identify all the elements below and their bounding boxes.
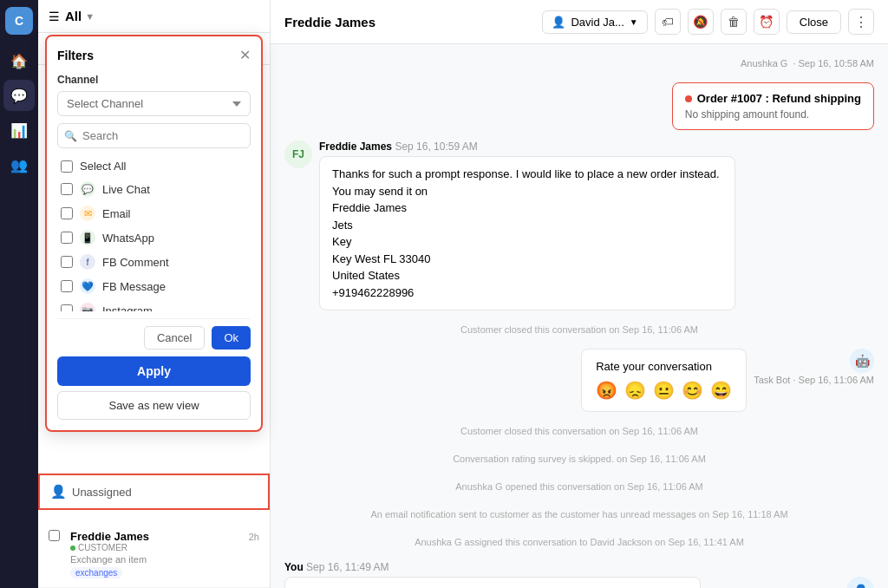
freddie-message-row: FJ Freddie James Sep 16, 10:59 AM Thanks… (284, 140, 874, 310)
channel-select[interactable]: Select Channel (57, 91, 251, 116)
select-all-label: Select All (80, 160, 126, 173)
select-all-checkbox[interactable] (61, 160, 73, 173)
error-body: No shipping amount found. (685, 108, 861, 121)
channel-label: Channel (57, 74, 251, 86)
freddie-message: Freddie James Sep 16, 10:59 AM Thanks fo… (319, 140, 735, 310)
channel-item-email[interactable]: ✉ Email (57, 201, 251, 225)
filter-modal-header: Filters ✕ (57, 47, 251, 63)
instagram-checkbox[interactable] (61, 304, 73, 311)
conv-subject: Exchange an item (70, 554, 259, 565)
freddie-bubble: Thanks for such a prompt response. I wou… (319, 156, 735, 310)
conv-name: Freddie James (70, 530, 149, 543)
assign-agent-button[interactable]: 👤 David Ja... ▼ (542, 10, 647, 34)
you-time: Sep 16, 11:49 AM (306, 561, 388, 573)
anushka-message-header: Anushka G · Sep 16, 10:58 AM (284, 58, 874, 69)
whatsapp-label: WhatsApp (102, 232, 154, 245)
filter-modal-close-button[interactable]: ✕ (239, 47, 251, 63)
error-title: Order #1007 : Refund shipping (685, 92, 861, 105)
channel-search-input[interactable] (57, 123, 251, 148)
emoji-2[interactable]: 😞 (624, 380, 646, 401)
channel-search-box: 🔍 (57, 123, 251, 148)
reminder-button[interactable]: ⏰ (754, 9, 780, 35)
you-message-row: You Sep 16, 11:49 AM Hey Freddie I have … (284, 561, 874, 588)
email-icon: ✉ (80, 206, 95, 221)
anushka-sender: Anushka G (741, 58, 787, 69)
whatsapp-checkbox[interactable] (61, 232, 73, 244)
mute-button[interactable]: 🔕 (688, 9, 714, 35)
meta-survey: Conversation rating survey is skipped. o… (284, 450, 874, 467)
header-actions: 👤 David Ja... ▼ 🏷 🔕 🗑 ⏰ Close ⋮ (542, 9, 874, 35)
emoji-1[interactable]: 😡 (596, 380, 617, 401)
fbcomment-icon: f (80, 254, 95, 270)
meta-closed-2: Customer closed this conversation on Sep… (284, 422, 874, 440)
whatsapp-icon: 📱 (80, 230, 95, 245)
unassigned-section: 👤 Unassigned (38, 474, 270, 510)
nav-home[interactable]: 🏠 (3, 45, 35, 76)
taskbot-icon: 🤖 (850, 349, 874, 373)
meta-assigned: Anushka G assigned this conversation to … (284, 533, 874, 551)
rate-box: Rate your conversation 😡 😞 😐 😊 😄 (581, 349, 747, 412)
rate-row: Rate your conversation 😡 😞 😐 😊 😄 🤖 Task … (284, 349, 874, 412)
sidebar: ☰ All ▼ ⚙ Filters ▼ ↕ Newest ▼ Filters ✕… (38, 0, 271, 588)
channel-list: Select All 💬 Live Chat ✉ Email 📱 WhatsAp… (57, 155, 251, 311)
search-icon: 🔍 (64, 130, 77, 142)
instagram-label: Instagram (102, 304, 153, 312)
label-button[interactable]: 🏷 (655, 9, 681, 35)
main-chat-area: Freddie James 👤 David Ja... ▼ 🏷 🔕 🗑 ⏰ Cl… (271, 0, 888, 588)
freddie-sender: Freddie James Sep 16, 10:59 AM (319, 140, 735, 153)
conv-checkbox[interactable] (49, 530, 60, 541)
ok-button[interactable]: Ok (212, 326, 251, 350)
anushka-time: · Sep 16, 10:58 AM (793, 58, 874, 69)
conv-tag: exchanges (70, 567, 122, 578)
user-avatar-icon: 👤 (552, 16, 565, 29)
chat-messages: Anushka G · Sep 16, 10:58 AM Order #1007… (271, 44, 888, 588)
channel-item-fbcomment[interactable]: f FB Comment (57, 250, 251, 274)
left-nav: C 🏠 💬 📊 👥 (0, 0, 38, 588)
chat-header: Freddie James 👤 David Ja... ▼ 🏷 🔕 🗑 ⏰ Cl… (271, 0, 888, 44)
freddie-time: Sep 16, 10:59 AM (395, 140, 477, 153)
sidebar-title: All ▼ (65, 9, 95, 23)
channel-item-whatsapp[interactable]: 📱 WhatsApp (57, 225, 251, 250)
nav-reports[interactable]: 📊 (3, 114, 35, 146)
fbcomment-checkbox[interactable] (61, 256, 73, 268)
customer-badge: CUSTOMER (70, 543, 259, 552)
channel-item-instagram[interactable]: 📷 Instagram (57, 298, 251, 311)
freddie-avatar: FJ (284, 140, 312, 168)
meta-email-notification: An email notification sent to customer a… (284, 506, 874, 523)
nav-chat[interactable]: 💬 (3, 80, 35, 111)
you-sender: You Sep 16, 11:49 AM (284, 561, 839, 573)
delete-button[interactable]: 🗑 (721, 9, 747, 35)
cancel-button[interactable]: Cancel (144, 326, 205, 350)
fbmessage-label: FB Message (102, 280, 166, 293)
channel-item-fbmessage[interactable]: 💙 FB Message (57, 274, 251, 298)
close-button[interactable]: Close (787, 10, 841, 34)
fbcomment-label: FB Comment (102, 256, 169, 269)
channel-item-select-all[interactable]: Select All (57, 155, 251, 177)
conversation-item[interactable]: Freddie James 2h CUSTOMER Exchange an it… (38, 521, 270, 588)
apply-button[interactable]: Apply (57, 356, 251, 386)
save-view-button[interactable]: Save as new view (57, 391, 251, 420)
email-checkbox[interactable] (61, 207, 73, 219)
emoji-4[interactable]: 😊 (682, 380, 703, 401)
channel-item-livechat[interactable]: 💬 Live Chat (57, 177, 251, 201)
emoji-row: 😡 😞 😐 😊 😄 (596, 380, 732, 401)
nav-contacts[interactable]: 👥 (3, 149, 35, 180)
emoji-3[interactable]: 😐 (653, 380, 675, 401)
error-box: Order #1007 : Refund shipping No shippin… (672, 82, 874, 130)
customer-dot (70, 546, 75, 551)
more-options-button[interactable]: ⋮ (848, 9, 874, 35)
livechat-label: Live Chat (102, 183, 150, 196)
sidebar-dropdown-icon[interactable]: ▼ (85, 11, 95, 22)
emoji-5[interactable]: 😄 (710, 380, 732, 401)
livechat-icon: 💬 (80, 181, 95, 197)
fbmessage-checkbox[interactable] (61, 280, 73, 292)
agent-dropdown-icon: ▼ (630, 17, 638, 27)
livechat-checkbox[interactable] (61, 183, 73, 195)
error-message-row: Order #1007 : Refund shipping No shippin… (284, 82, 874, 130)
unassigned-icon: 👤 (50, 484, 67, 500)
you-avatar: 👤 (846, 577, 874, 588)
sidebar-expand-icon[interactable]: ☰ (49, 10, 60, 23)
filter-modal: Filters ✕ Channel Select Channel 🔍 Selec… (45, 35, 263, 432)
taskbot-info: 🤖 Task Bot · Sep 16, 11:06 AM (754, 349, 874, 385)
conv-time: 2h (249, 532, 259, 542)
